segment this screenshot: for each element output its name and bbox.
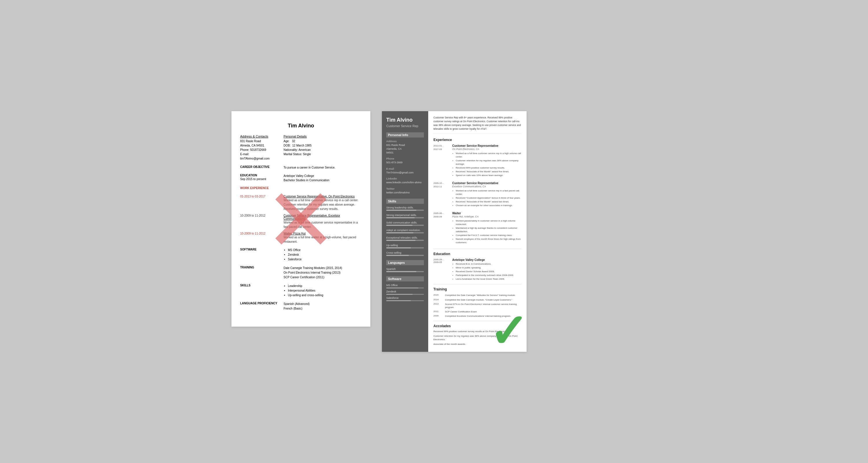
good-skill-3: Solid communication skills. <box>386 221 424 226</box>
bad-work-dates-1: 01-2013 to 03-2017 <box>240 195 278 211</box>
bad-software-section: SOFTWARE MS Office Zendesk Salesforce <box>240 248 362 262</box>
good-software-msoffice: MS Office <box>386 284 424 287</box>
good-software-zendesk: Zendesk <box>386 290 424 293</box>
bad-software-content: MS Office Zendesk Salesforce <box>283 248 362 262</box>
good-training-item-1: 2015 Completed the Dale Carnegie "Attitu… <box>433 294 521 297</box>
bad-skills-content: Leadership Interpersonal Abilities Up-se… <box>283 284 362 298</box>
bad-work-item-3: 10-2009 to 11-2012 Waiter, Pizza Hut Wor… <box>240 232 362 244</box>
good-sidebar: Tim Alvino Customer Service Rep Personal… <box>382 111 428 351</box>
bad-address-col: Address & Contacts 831 Rasle Road Almeda… <box>240 135 278 161</box>
bad-work-label: WORK EXPERIENCE <box>240 186 278 191</box>
section-divider-2 <box>433 284 521 284</box>
bad-work-dates-2: 10-2009 to 11-2012 <box>240 214 278 229</box>
bad-training-content: Dale Carnegie Training Modules (2015, 20… <box>283 266 362 280</box>
good-linkedin-field: LinkedIn www.linkedin.com/in/tim-alvino <box>386 177 424 184</box>
good-training-title: Training <box>433 287 521 291</box>
good-exp-item-2: 2009-10 -2012-11 Customer Service Repres… <box>433 181 521 208</box>
bad-career-section: CAREER OBJECTIVE To pursue a career in C… <box>240 165 362 170</box>
good-twitter-label: Twitter <box>386 187 424 190</box>
good-exp-dates-1: 2013-01 -2017-03 <box>433 144 450 177</box>
good-languages-title: Languages <box>386 260 424 265</box>
good-software-salesforce: Salesforce <box>386 296 424 299</box>
good-skills-section: Skills Strong leadership skills. Strong … <box>386 199 424 256</box>
good-edu-dates-1: 2005-09 -2009-05 <box>433 258 450 281</box>
bad-personal-text: Age: 32 DOB: 12 March 1985 Nationality: … <box>283 139 362 156</box>
good-software-section: Software MS Office Zendesk Salesforce <box>386 276 424 301</box>
good-main-content: Customer Service Rep with 8+ years exper… <box>428 111 527 351</box>
good-twitter-value: twitter.com/timalvino <box>386 191 424 195</box>
good-training-item-4: 2011 SCP Career Certification Exam <box>433 310 521 313</box>
bad-resume: Tim Alvino Address & Contacts 831 Rasle … <box>231 111 370 327</box>
good-address-label: Address <box>386 140 424 143</box>
bad-personal-title: Personal Details <box>283 135 362 138</box>
good-exp-dates-2: 2009-10 -2012-11 <box>433 181 450 208</box>
section-divider-3 <box>433 321 521 321</box>
good-education-title: Education <box>433 252 521 256</box>
good-exp-item-3: 2005-06 -2009-09 Waiter Pizza Hut, Antel… <box>433 212 521 245</box>
bad-work-item-2: 10-2009 to 11-2012 Customer Service Repr… <box>240 214 362 229</box>
good-exp-content-2: Customer Service Representative Excelsio… <box>452 181 521 208</box>
good-accolade-2: Customer retention for my regulars was 3… <box>433 335 521 341</box>
good-accolade-3: Associate of the month awards. <box>433 343 521 346</box>
good-address-field: Address 831 Rasle RoadAlameda, CA94501 <box>386 140 424 154</box>
bad-training-section: TRAINING Dale Carnegie Training Modules … <box>240 266 362 280</box>
bad-software-label: SOFTWARE <box>240 248 278 262</box>
good-email-field: E-mail TimTAlvino@gmail.com <box>386 167 424 175</box>
bad-training-label: TRAINING <box>240 266 278 280</box>
good-phone-label: Phone <box>386 157 424 160</box>
good-twitter-field: Twitter twitter.com/timalvino <box>386 187 424 195</box>
good-skill-1: Strong leadership skills. <box>386 206 424 211</box>
good-skill-2: Strong interpersonal skills. <box>386 214 424 218</box>
bad-education-content: Antelope Valley College Bachelor Studies… <box>283 174 362 182</box>
bad-work-detail-1: Customer Service Representative, On Poin… <box>283 195 362 211</box>
bad-career-content: To pursue a career in Customer Service. <box>283 165 362 170</box>
good-training-item-2: 2014 Completed the Dale Carnegie module,… <box>433 298 521 301</box>
good-address-value: 831 Rasle RoadAlameda, CA94501 <box>386 143 424 154</box>
bad-education-section: EDUCATION Sep 2015 to present Antelope V… <box>240 174 362 182</box>
good-email-label: E-mail <box>386 167 424 170</box>
bad-address-text: 831 Rasle Road Almeda, CA 94501 Phone: 5… <box>240 139 278 161</box>
good-experience-title: Experience <box>433 138 521 142</box>
good-software-title: Software <box>386 276 424 282</box>
bad-language-section: LANGUAGE PROFICIENCY Spanish (Advanced) … <box>240 302 362 311</box>
bad-personal-col: Personal Details Age: 32 DOB: 12 March 1… <box>283 135 362 161</box>
good-resume: Tim Alvino Customer Service Rep Personal… <box>382 111 527 351</box>
good-exp-content-1: Customer Service Representative On Point… <box>452 144 521 177</box>
good-personal-section: Personal Info Address 831 Rasle RoadAlam… <box>386 132 424 194</box>
bad-skills-label: SKILLS <box>240 284 278 298</box>
good-resume-title: Customer Service Rep <box>386 124 424 128</box>
good-accolade-1: Received 99% positive customer survey re… <box>433 330 521 333</box>
good-summary: Customer Service Rep with 8+ years exper… <box>433 116 521 134</box>
bad-work-detail-3: Waiter, Pizza Hut Worked as a full time … <box>283 232 362 244</box>
bad-resume-name: Tim Alvino <box>240 123 362 129</box>
good-linkedin-label: LinkedIn <box>386 177 424 180</box>
good-email-value: TimTAlvino@gmail.com <box>386 171 424 175</box>
good-skill-4: Adept at complaint resolution. <box>386 229 424 233</box>
bad-career-label: CAREER OBJECTIVE <box>240 165 278 170</box>
bad-work-section: WORK EXPERIENCE <box>240 186 362 191</box>
good-resume-name: Tim Alvino <box>386 117 424 123</box>
good-skill-6: Up-selling <box>386 244 424 249</box>
good-skills-title: Skills <box>386 199 424 204</box>
bad-language-content: Spanish (Advanced) French (Basic) <box>283 302 362 311</box>
good-phone-value: 501-873-2669 <box>386 161 424 165</box>
good-lang-spanish: Spanish <box>386 267 424 270</box>
bad-language-label: LANGUAGE PROFICIENCY <box>240 302 278 311</box>
good-skill-7: Cross-selling <box>386 251 424 256</box>
good-phone-field: Phone 501-873-2669 <box>386 157 424 165</box>
bad-address-title: Address & Contacts <box>240 135 278 138</box>
good-languages-section: Languages Spanish <box>386 260 424 272</box>
bad-header-section: Address & Contacts 831 Rasle Road Almeda… <box>240 135 362 161</box>
good-skill-5: Exceptional telesales skills. <box>386 236 424 241</box>
bad-work-item-1: 01-2013 to 03-2017 Customer Service Repr… <box>240 195 362 211</box>
page-container: Tim Alvino Address & Contacts 831 Rasle … <box>231 111 637 351</box>
good-accolades-title: Accolades <box>433 324 521 328</box>
bad-work-dates-3: 10-2009 to 11-2012 <box>240 232 278 244</box>
bad-skills-section: SKILLS Leadership Interpersonal Abilitie… <box>240 284 362 298</box>
good-edu-content-1: Antelope Valley College Received B.A. in… <box>452 258 521 281</box>
good-personal-info-title: Personal Info <box>386 132 424 138</box>
good-training-item-3: 2013 Scored 97% in On Point Electronics'… <box>433 302 521 309</box>
bad-work-detail-2: Customer Service Representative, Excelsi… <box>283 214 362 229</box>
good-exp-item-1: 2013-01 -2017-03 Customer Service Repres… <box>433 144 521 177</box>
good-edu-item-1: 2005-09 -2009-05 Antelope Valley College… <box>433 258 521 281</box>
